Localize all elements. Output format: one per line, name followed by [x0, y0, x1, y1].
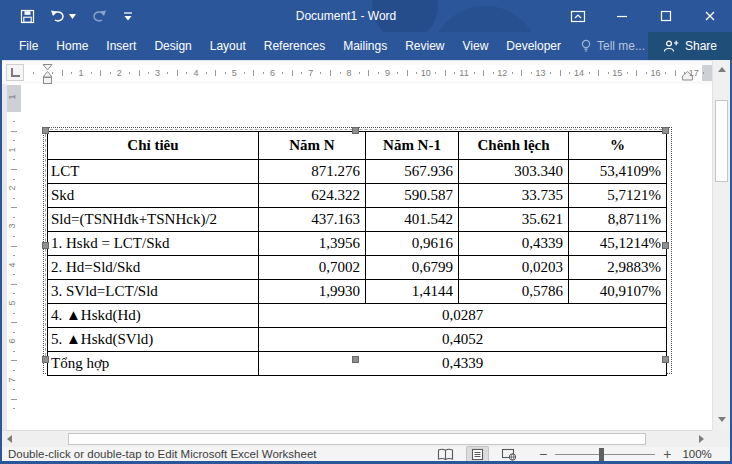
print-layout-button[interactable]: [466, 446, 489, 463]
scroll-left-button[interactable]: [2, 432, 16, 446]
ruler-dot: [13, 140, 15, 141]
ruler-number: 17: [689, 65, 699, 81]
ruler-dot: [684, 72, 685, 74]
maximize-button[interactable]: [644, 0, 688, 32]
ribbon-tab-view[interactable]: View: [454, 32, 498, 60]
sheet-cell: Skd: [48, 184, 259, 208]
selection-handle-middle-right[interactable]: [662, 242, 669, 249]
ruler-dot: [148, 72, 149, 74]
selection-handle-top-middle[interactable]: [352, 127, 359, 134]
sheet-cell: 2. Hd=Sld/Skd: [48, 256, 259, 280]
ruler-dot: [167, 72, 168, 74]
ribbon-tab-references[interactable]: References: [255, 32, 334, 60]
selection-handle-bottom-left[interactable]: [42, 356, 49, 363]
embedded-worksheet-table[interactable]: Chỉ tiêuNăm NNăm N-1Chênh lệch% LCT871.2…: [47, 131, 667, 376]
ruler-number: 1: [78, 65, 83, 81]
scroll-right-button[interactable]: [694, 432, 708, 446]
ruler-dot: [13, 332, 15, 333]
ruler-dot: [13, 370, 15, 371]
ruler-dot: [13, 293, 15, 294]
window-title: Document1 - Word: [296, 0, 396, 32]
ribbon-display-options-button[interactable]: [556, 0, 600, 32]
ruler-dot: [13, 179, 15, 180]
sheet-cell: 35.621: [459, 208, 569, 232]
lightbulb-icon: [580, 39, 592, 53]
ruler-dot: [550, 72, 551, 74]
zoom-slider[interactable]: [555, 454, 655, 455]
ruler-number: 6: [270, 65, 275, 81]
ruler-dot: [244, 72, 245, 74]
vertical-scrollbar[interactable]: [712, 60, 730, 430]
ruler-tick: [11, 207, 17, 208]
horizontal-scrollbar-thumb[interactable]: [68, 433, 646, 445]
selection-handle-top-right[interactable]: [662, 127, 669, 134]
sheet-header-cell: Năm N-1: [366, 132, 459, 160]
ruler-dot: [627, 72, 628, 74]
tell-me-label: Tell me...: [597, 39, 645, 53]
ruler-tick: [11, 284, 17, 285]
zoom-slider-thumb[interactable]: [599, 448, 604, 461]
ruler-tick: [11, 399, 17, 400]
ruler-dot: [282, 72, 283, 74]
customize-quick-access-button[interactable]: [122, 11, 134, 22]
sheet-cell: 8,8711%: [569, 208, 667, 232]
redo-button[interactable]: [91, 9, 107, 23]
save-button[interactable]: [20, 9, 35, 24]
ribbon-tab-file[interactable]: File: [10, 32, 47, 60]
zoom-out-button[interactable]: −: [537, 447, 549, 461]
ole-edit-hint: Double-click or double-tap to Edit Micro…: [8, 447, 317, 461]
minimize-button[interactable]: [600, 0, 644, 32]
ruler-tick: [139, 70, 140, 76]
left-indent-marker[interactable]: [42, 64, 53, 85]
ribbon-tab-review[interactable]: Review: [396, 32, 453, 60]
sheet-header-cell: Chỉ tiêu: [48, 132, 259, 160]
ribbon-tab-design[interactable]: Design: [145, 32, 200, 60]
sheet-cell: 567.936: [366, 160, 459, 184]
sheet-cell: 871.276: [259, 160, 366, 184]
ruler-tick: [11, 246, 17, 247]
sheet-header-cell: Chênh lệch: [459, 132, 569, 160]
selection-handle-bottom-middle[interactable]: [352, 356, 359, 363]
ruler-tick: [11, 131, 17, 132]
ruler-tick: [11, 169, 17, 170]
undo-button[interactable]: [50, 9, 76, 23]
selection-handle-top-left[interactable]: [42, 127, 49, 134]
ruler-number: 12: [497, 65, 507, 81]
zoom-in-button[interactable]: +: [661, 447, 673, 461]
share-button[interactable]: Share: [648, 32, 732, 60]
ribbon-tab-insert[interactable]: Insert: [97, 32, 145, 60]
ruler-dot: [608, 72, 609, 74]
vertical-scrollbar-thumb[interactable]: [715, 100, 728, 182]
share-person-icon: [663, 39, 679, 53]
selection-handle-middle-left[interactable]: [42, 242, 49, 249]
tab-selector-button[interactable]: [6, 64, 24, 81]
tell-me-box[interactable]: Tell me...: [580, 39, 645, 53]
word-window: Document1 - Word: [0, 0, 732, 464]
ruler-tick: [368, 70, 369, 76]
scroll-up-button[interactable]: [713, 62, 730, 76]
ruler-tick: [62, 70, 63, 76]
read-mode-button[interactable]: [433, 447, 458, 462]
ruler-dot: [71, 72, 72, 74]
sheet-merged-cell: 0,4339: [259, 352, 667, 376]
ruler-dot: [206, 72, 207, 74]
web-layout-button[interactable]: [497, 447, 521, 462]
ruler-number: 9: [385, 65, 390, 81]
ruler-number: 7: [7, 377, 17, 382]
sheet-cell: 1,9930: [259, 280, 366, 304]
scroll-down-button[interactable]: [713, 412, 730, 426]
ruler-dot: [91, 72, 92, 74]
ribbon-tab-layout[interactable]: Layout: [201, 32, 255, 60]
selection-handle-bottom-right[interactable]: [662, 356, 669, 363]
close-button[interactable]: [688, 0, 732, 32]
ribbon-tab-home[interactable]: Home: [47, 32, 97, 60]
ruler-dot: [13, 255, 15, 256]
zoom-level[interactable]: 100%: [682, 448, 711, 460]
ruler-number: 11: [459, 65, 468, 81]
ruler-number: 10: [421, 65, 431, 81]
ribbon-tab-mailings[interactable]: Mailings: [334, 32, 396, 60]
ruler-dot: [703, 72, 704, 74]
ruler-tick: [11, 360, 17, 361]
ribbon-tab-developer[interactable]: Developer: [497, 32, 570, 60]
ruler-tick: [445, 70, 446, 76]
